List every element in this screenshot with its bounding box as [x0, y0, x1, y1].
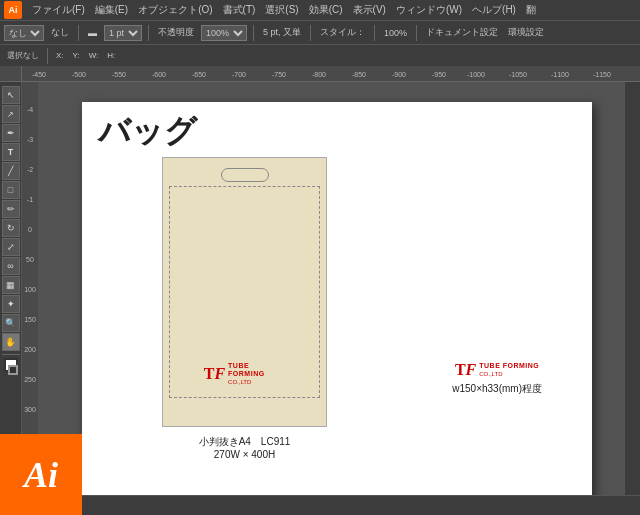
- svg-text:-800: -800: [312, 71, 326, 78]
- tool-direct-select[interactable]: ↗: [2, 105, 20, 123]
- prop-item5: H:: [104, 51, 118, 60]
- stroke-none-label: なし: [48, 26, 72, 39]
- svg-text:-950: -950: [432, 71, 446, 78]
- tf-line2-right: CO.,LTD: [479, 371, 539, 378]
- svg-text:-650: -650: [192, 71, 206, 78]
- tube-forming-text-inner: TUBE FORMING CO.,LTD: [228, 362, 285, 386]
- tool-select[interactable]: ↖: [2, 86, 20, 104]
- tool-rotate[interactable]: ↻: [2, 219, 20, 237]
- status-bar: 手のひら: [0, 495, 640, 515]
- svg-text:-3: -3: [27, 136, 33, 143]
- tool-rect[interactable]: □: [2, 181, 20, 199]
- stroke-pt-select[interactable]: 1 pt: [104, 25, 142, 41]
- bag-title: バッグ: [98, 110, 197, 154]
- ai-logo-large: Ai: [0, 434, 82, 515]
- toolbar-sep4: [310, 25, 311, 41]
- tool-gradient[interactable]: ▦: [2, 276, 20, 294]
- env-settings-btn[interactable]: 環境設定: [505, 26, 547, 39]
- tool-type[interactable]: T: [2, 143, 20, 161]
- right-logo-area: TF TUBE FORMING CO.,LTD w150×h33(mm)程度: [452, 362, 542, 396]
- svg-text:-900: -900: [392, 71, 406, 78]
- ruler-corner: [0, 66, 22, 82]
- prop-item2: X:: [53, 51, 67, 60]
- menu-extra[interactable]: 翻: [522, 3, 540, 17]
- menu-object[interactable]: オブジェクト(O): [134, 3, 216, 17]
- tube-forming-text-right: TUBE FORMING CO.,LTD: [479, 362, 539, 378]
- tool-brush[interactable]: ✏: [2, 200, 20, 218]
- opacity-select[interactable]: 100%: [201, 25, 247, 41]
- svg-text:-500: -500: [72, 71, 86, 78]
- bag-dashed-left: [169, 186, 170, 398]
- svg-text:-1050: -1050: [509, 71, 527, 78]
- stroke-width: ▬: [85, 28, 100, 38]
- bag-dashed-top: [169, 186, 320, 187]
- bag-handle: [221, 168, 269, 182]
- toolbar-sep2: [148, 25, 149, 41]
- svg-text:100: 100: [24, 286, 36, 293]
- ruler-h-content: -450 -500 -550 -600 -650 -700 -750 -800 …: [22, 66, 640, 81]
- artboard: バッグ TF: [82, 102, 592, 495]
- tool-zoom[interactable]: 🔍: [2, 314, 20, 332]
- toolbar-sep6: [416, 25, 417, 41]
- pt-label: 5 pt, 又単: [260, 26, 304, 39]
- tool-sep: [2, 354, 20, 355]
- doc-settings-btn[interactable]: ドキュメント設定: [423, 26, 501, 39]
- stroke-color[interactable]: [8, 365, 18, 375]
- main-area: ↖ ↗ ✒ T ╱ □ ✏ ↻ ⤢ ∞ ▦ ✦ 🔍 ✋ -4 -3 -2 -1 …: [0, 82, 640, 495]
- tool-hand[interactable]: ✋: [2, 333, 20, 351]
- svg-text:-700: -700: [232, 71, 246, 78]
- svg-text:-1000: -1000: [467, 71, 485, 78]
- menu-view[interactable]: 表示(V): [349, 3, 390, 17]
- menu-select[interactable]: 選択(S): [261, 3, 302, 17]
- bag-dashed-bottom: [169, 397, 320, 398]
- svg-text:-1150: -1150: [593, 71, 611, 78]
- svg-text:150: 150: [24, 316, 36, 323]
- toolbar-sep3: [253, 25, 254, 41]
- prop-item1: 選択なし: [4, 50, 42, 61]
- tool-eyedropper[interactable]: ✦: [2, 295, 20, 313]
- right-panel: [624, 82, 640, 495]
- stroke-select[interactable]: なし: [4, 25, 44, 41]
- tool-blend[interactable]: ∞: [2, 257, 20, 275]
- tf-line1-right: TUBE FORMING: [479, 362, 539, 370]
- ruler-horizontal: -450 -500 -550 -600 -650 -700 -750 -800 …: [22, 66, 640, 82]
- svg-text:200: 200: [24, 346, 36, 353]
- tf-mark-right: TF: [455, 362, 476, 378]
- toolbar-sep1: [78, 25, 79, 41]
- svg-text:50: 50: [26, 256, 34, 263]
- menu-effect[interactable]: 効果(C): [305, 3, 347, 17]
- menu-window[interactable]: ウィンドウ(W): [392, 3, 466, 17]
- right-size-text: w150×h33(mm)程度: [452, 382, 542, 396]
- ruler-horizontal-row: -450 -500 -550 -600 -650 -700 -750 -800 …: [0, 66, 640, 82]
- bag-logo: TF TUBE FORMING CO.,LTD: [204, 362, 286, 386]
- tf-line1-inner: TUBE FORMING: [228, 362, 285, 379]
- tool-scale[interactable]: ⤢: [2, 238, 20, 256]
- caption-line1: 小判抜きA4 LC911: [162, 435, 327, 449]
- zoom-value: 100%: [381, 28, 410, 38]
- bag-outer: TF TUBE FORMING CO.,LTD: [162, 157, 327, 427]
- svg-text:-1: -1: [27, 196, 33, 203]
- svg-text:0: 0: [28, 226, 32, 233]
- svg-text:300: 300: [24, 406, 36, 413]
- svg-text:-4: -4: [27, 106, 33, 113]
- bag-dashed-right: [319, 186, 320, 398]
- tf-logo-right: TF TUBE FORMING CO.,LTD: [455, 362, 539, 378]
- menu-edit[interactable]: 編集(E): [91, 3, 132, 17]
- tool-line[interactable]: ╱: [2, 162, 20, 180]
- svg-text:-750: -750: [272, 71, 286, 78]
- opacity-label: 不透明度: [155, 26, 197, 39]
- canvas-area[interactable]: -4 -3 -2 -1 0 50 100 150 200 250 300 350…: [22, 82, 624, 495]
- toolbar2-sep1: [47, 48, 48, 64]
- bag-illustration: TF TUBE FORMING CO.,LTD: [162, 157, 327, 427]
- toolbar-main: なし なし ▬ 1 pt 不透明度 100% 5 pt, 又単 スタイル： 10…: [0, 20, 640, 44]
- tf-mark-inner: TF: [204, 366, 225, 382]
- style-label: スタイル：: [317, 26, 368, 39]
- tf-logo-inner: TF TUBE FORMING CO.,LTD: [204, 362, 286, 386]
- menu-help[interactable]: ヘルプ(H): [468, 3, 520, 17]
- prop-item4: W:: [86, 51, 102, 60]
- tool-pen[interactable]: ✒: [2, 124, 20, 142]
- ai-logo-large-text: Ai: [24, 454, 58, 496]
- menu-format[interactable]: 書式(T): [219, 3, 260, 17]
- menu-file[interactable]: ファイル(F): [28, 3, 89, 17]
- svg-text:-600: -600: [152, 71, 166, 78]
